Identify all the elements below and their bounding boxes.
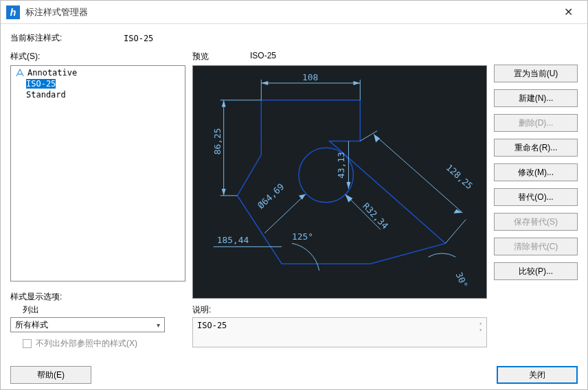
modify-button[interactable]: 修改(M)... bbox=[494, 163, 578, 181]
svg-marker-10 bbox=[222, 100, 226, 107]
dimension-style-manager-window: h 标注样式管理器 ✕ 当前标注样式: ISO-25 样式(S): Annota… bbox=[0, 0, 588, 390]
list-filter-select[interactable]: 所有样式 ▾ bbox=[10, 317, 165, 332]
set-current-button[interactable]: 置为当前(U) bbox=[494, 65, 578, 82]
current-style-value: ISO-25 bbox=[124, 34, 153, 43]
save-override-button[interactable]: 保存替代(S) bbox=[494, 213, 578, 231]
svg-line-27 bbox=[445, 220, 466, 244]
svg-text:125°: 125° bbox=[292, 231, 313, 242]
annotative-icon bbox=[15, 68, 25, 78]
compare-button[interactable]: 比较(P)... bbox=[494, 262, 578, 280]
window-title: 标注样式管理器 bbox=[25, 6, 554, 19]
preview-style-name: ISO-25 bbox=[250, 51, 276, 62]
style-item-label: ISO-25 bbox=[26, 79, 56, 89]
svg-marker-20 bbox=[345, 194, 352, 203]
close-icon[interactable]: ✕ bbox=[554, 2, 582, 23]
svg-text:R32,34: R32,34 bbox=[361, 200, 390, 231]
styles-label: 样式(S): bbox=[10, 51, 185, 62]
titlebar: h 标注样式管理器 ✕ bbox=[1, 1, 587, 24]
style-item-iso25[interactable]: ISO-25 bbox=[12, 78, 183, 89]
rename-button[interactable]: 重命名(R)... bbox=[494, 139, 578, 157]
new-button[interactable]: 新建(N)... bbox=[494, 89, 578, 107]
svg-marker-14 bbox=[299, 194, 306, 200]
svg-text:86,25: 86,25 bbox=[212, 128, 223, 154]
preview-label-row: 预览 ISO-25 bbox=[192, 51, 487, 62]
spinner-up-icon[interactable]: ▴ bbox=[479, 321, 482, 326]
display-options-header: 样式显示选项: bbox=[10, 291, 185, 303]
app-icon: h bbox=[6, 5, 20, 19]
style-item-annotative[interactable]: Annotative bbox=[12, 67, 183, 78]
description-label: 说明: bbox=[192, 304, 487, 316]
help-button[interactable]: 帮助(E) bbox=[10, 366, 91, 384]
svg-text:43,13: 43,13 bbox=[336, 152, 346, 179]
chevron-down-icon: ▾ bbox=[157, 321, 160, 329]
preview-canvas: 108 86,25 Ø64,69 bbox=[192, 65, 487, 299]
spinner-down-icon[interactable]: ▾ bbox=[479, 328, 482, 333]
exclude-xref-checkbox-row[interactable]: 不列出外部参照中的样式(X) bbox=[23, 338, 185, 349]
description-value: ISO-25 bbox=[197, 321, 227, 344]
svg-marker-4 bbox=[261, 81, 268, 85]
svg-text:128,25: 128,25 bbox=[444, 162, 475, 191]
style-item-standard[interactable]: Standard bbox=[12, 89, 183, 100]
style-list[interactable]: Annotative ISO-25 Standard bbox=[10, 65, 185, 282]
checkbox-icon bbox=[23, 339, 32, 348]
style-item-label: Annotative bbox=[27, 68, 77, 78]
svg-marker-5 bbox=[353, 81, 360, 85]
current-style-label: 当前标注样式: bbox=[10, 32, 124, 44]
preview-label: 预览 bbox=[192, 51, 209, 62]
style-item-label: Standard bbox=[26, 90, 66, 100]
svg-text:30°: 30° bbox=[454, 271, 470, 289]
override-button[interactable]: 替代(O)... bbox=[494, 188, 578, 206]
description-spinner[interactable]: ▴ ▾ bbox=[479, 321, 482, 344]
svg-text:185,44: 185,44 bbox=[217, 235, 249, 245]
current-style-row: 当前标注样式: ISO-25 bbox=[10, 32, 578, 44]
svg-text:108: 108 bbox=[302, 72, 318, 82]
svg-marker-28 bbox=[374, 134, 380, 142]
display-options: 样式显示选项: 列出 所有样式 ▾ 不列出外部参照中的样式(X) bbox=[10, 291, 185, 349]
clear-override-button[interactable]: 清除替代(C) bbox=[494, 238, 578, 255]
svg-text:Ø64,69: Ø64,69 bbox=[256, 181, 286, 211]
select-value: 所有样式 bbox=[15, 319, 48, 331]
svg-marker-11 bbox=[222, 189, 226, 196]
display-options-sub: 列出 bbox=[23, 304, 185, 316]
checkbox-label: 不列出外部参照中的样式(X) bbox=[36, 338, 137, 349]
close-button[interactable]: 关闭 bbox=[497, 366, 578, 384]
delete-button[interactable]: 删除(D)... bbox=[494, 114, 578, 132]
description-box: ISO-25 ▴ ▾ bbox=[192, 317, 487, 347]
